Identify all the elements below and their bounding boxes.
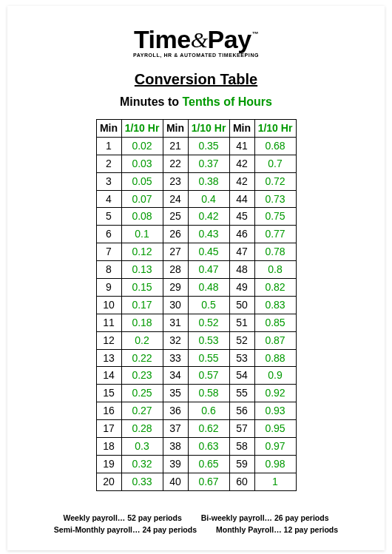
cell-min: 27	[163, 243, 188, 261]
cell-min: 30	[163, 296, 188, 314]
col-header-min: Min	[229, 120, 254, 138]
table-row: 110.18310.52510.85	[96, 314, 296, 331]
cell-hr: 0.28	[121, 420, 163, 438]
col-header-min: Min	[96, 120, 121, 138]
cell-min: 60	[229, 473, 254, 490]
cell-hr: 0.88	[254, 349, 296, 367]
cell-min: 50	[229, 296, 254, 314]
cell-min: 48	[229, 261, 254, 279]
table-row: 100.17300.5500.83	[96, 296, 296, 314]
cell-min: 16	[96, 402, 121, 420]
table-row: 160.27360.6560.93	[96, 402, 296, 420]
cell-min: 11	[96, 314, 121, 331]
cell-hr: 0.97	[254, 438, 296, 456]
cell-min: 24	[163, 190, 188, 208]
table-row: 120.2320.53520.87	[96, 331, 296, 349]
cell-hr: 0.35	[188, 137, 229, 155]
cell-min: 34	[163, 367, 188, 385]
footer-row: Weekly payroll… 52 pay periods Bi-weekly…	[30, 512, 362, 524]
cell-min: 36	[163, 402, 188, 420]
cell-hr: 0.62	[188, 420, 229, 438]
table-row: 30.05230.38420.72	[96, 172, 296, 190]
cell-hr: 0.38	[188, 172, 229, 190]
cell-min: 57	[229, 420, 254, 438]
cell-min: 19	[96, 455, 121, 473]
cell-hr: 0.8	[254, 261, 296, 279]
cell-hr: 0.5	[188, 296, 229, 314]
page-title-block: Conversion Table	[30, 71, 362, 88]
cell-min: 17	[96, 420, 121, 438]
cell-min: 53	[229, 349, 254, 367]
cell-min: 8	[96, 261, 121, 279]
cell-hr: 0.73	[254, 190, 296, 208]
cell-min: 1	[96, 137, 121, 155]
cell-hr: 0.33	[121, 473, 163, 490]
cell-hr: 0.07	[121, 190, 163, 208]
cell-min: 4	[96, 190, 121, 208]
cell-hr: 0.13	[121, 261, 163, 279]
brand-word-time: Time	[134, 25, 191, 53]
cell-hr: 0.92	[254, 385, 296, 402]
cell-min: 33	[163, 349, 188, 367]
cell-min: 42	[229, 172, 254, 190]
cell-hr: 0.32	[121, 455, 163, 473]
subtitle-part-green: Tenths of Hours	[182, 95, 271, 108]
cell-hr: 0.68	[254, 137, 296, 155]
cell-hr: 0.1	[121, 226, 163, 243]
cell-min: 20	[96, 473, 121, 490]
table-row: 60.1260.43460.77	[96, 226, 296, 243]
cell-min: 31	[163, 314, 188, 331]
table-row: 170.28370.62570.95	[96, 420, 296, 438]
cell-hr: 1	[254, 473, 296, 490]
cell-hr: 0.93	[254, 402, 296, 420]
cell-min: 21	[163, 137, 188, 155]
cell-min: 10	[96, 296, 121, 314]
table-row: 40.07240.4440.73	[96, 190, 296, 208]
cell-min: 7	[96, 243, 121, 261]
cell-min: 3	[96, 172, 121, 190]
subtitle-part-black: Minutes to	[120, 95, 182, 108]
cell-hr: 0.65	[188, 455, 229, 473]
cell-min: 26	[163, 226, 188, 243]
cell-min: 28	[163, 261, 188, 279]
cell-min: 5	[96, 208, 121, 226]
cell-hr: 0.87	[254, 331, 296, 349]
cell-min: 47	[229, 243, 254, 261]
cell-hr: 0.25	[121, 385, 163, 402]
footer-monthly: Monthly Payroll… 12 pay periods	[216, 524, 338, 536]
footer-weekly: Weekly payroll… 52 pay periods	[63, 512, 181, 524]
cell-hr: 0.57	[188, 367, 229, 385]
cell-hr: 0.7	[254, 155, 296, 172]
cell-min: 37	[163, 420, 188, 438]
cell-hr: 0.23	[121, 367, 163, 385]
cell-hr: 0.98	[254, 455, 296, 473]
table-row: 180.3380.63580.97	[96, 438, 296, 456]
col-header-min: Min	[163, 120, 188, 138]
brand-ampersand: &	[191, 27, 208, 52]
cell-hr: 0.4	[188, 190, 229, 208]
cell-min: 2	[96, 155, 121, 172]
brand-wordmark: Time&Pay™	[134, 25, 258, 54]
cell-hr: 0.85	[254, 314, 296, 331]
cell-min: 18	[96, 438, 121, 456]
cell-hr: 0.52	[188, 314, 229, 331]
cell-hr: 0.18	[121, 314, 163, 331]
cell-hr: 0.47	[188, 261, 229, 279]
col-header-hr: 1/10 Hr	[188, 120, 229, 138]
cell-hr: 0.45	[188, 243, 229, 261]
cell-min: 39	[163, 455, 188, 473]
cell-hr: 0.55	[188, 349, 229, 367]
conversion-table: Min 1/10 Hr Min 1/10 Hr Min 1/10 Hr 10.0…	[96, 119, 297, 491]
footer-biweekly: Bi-weekly payroll… 26 pay periods	[201, 512, 329, 524]
page-title: Conversion Table	[135, 71, 257, 87]
table-row: 130.22330.55530.88	[96, 349, 296, 367]
footer-notes: Weekly payroll… 52 pay periods Bi-weekly…	[30, 512, 362, 536]
cell-hr: 0.58	[188, 385, 229, 402]
cell-min: 6	[96, 226, 121, 243]
cell-hr: 0.05	[121, 172, 163, 190]
cell-hr: 0.6	[188, 402, 229, 420]
cell-min: 32	[163, 331, 188, 349]
cell-hr: 0.02	[121, 137, 163, 155]
cell-min: 49	[229, 279, 254, 297]
table-row: 190.32390.65590.98	[96, 455, 296, 473]
